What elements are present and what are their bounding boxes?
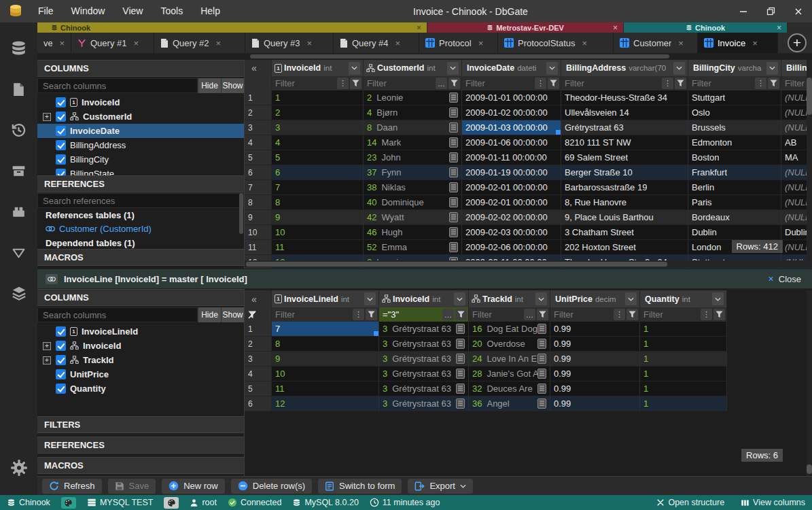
open-reference-icon[interactable] <box>449 152 458 163</box>
horizontal-scrollbar-handle[interactable] <box>246 262 667 267</box>
close-detail-button[interactable]: ×Close <box>769 273 801 284</box>
cell[interactable]: Berger Straße 10 <box>561 165 688 180</box>
cell[interactable]: 2Leonie <box>364 90 462 105</box>
cell[interactable]: 1 <box>640 367 727 381</box>
menu-window[interactable]: Window <box>63 0 114 22</box>
column-header-billingcity[interactable]: BillingCityvarcha <box>688 60 781 76</box>
cell[interactable]: Stuttgart <box>688 90 781 105</box>
status-chinook[interactable]: Chinook <box>7 498 50 507</box>
cell[interactable]: 52Emma <box>364 240 462 254</box>
open-reference-icon[interactable] <box>456 398 465 409</box>
checkbox-icon[interactable] <box>56 154 66 165</box>
status-root[interactable]: root <box>190 498 217 507</box>
cell[interactable]: 5 <box>272 150 364 165</box>
close-tab-icon[interactable]: × <box>59 38 65 48</box>
column-item-customerid[interactable]: +CustomerId <box>37 109 244 124</box>
open-reference-icon[interactable] <box>449 122 458 133</box>
open-reference-icon[interactable] <box>537 354 546 364</box>
row-number[interactable]: 2 <box>245 337 272 351</box>
row-number[interactable]: 7 <box>245 180 272 194</box>
cell[interactable]: 40Dominique <box>364 195 462 209</box>
tab-scrollbar[interactable] <box>37 53 812 60</box>
cell[interactable]: 32Deuces Are <box>469 381 550 396</box>
horizontal-scrollbar[interactable] <box>245 260 812 267</box>
columns-section-header[interactable]: COLUMNS <box>37 60 244 77</box>
close-tab-icon[interactable]: × <box>678 38 684 48</box>
column-header-quantity[interactable]: Quantityint <box>640 290 727 307</box>
close-tab-icon[interactable]: × <box>215 38 221 48</box>
cell[interactable]: 11 <box>272 240 364 254</box>
cell[interactable]: 2009-02-01 00:00:00 <box>462 195 561 209</box>
cell[interactable]: Boston <box>688 150 781 165</box>
delete-row-s-button[interactable]: Delete row(s) <box>231 479 312 494</box>
macros-section-header[interactable]: MACROS <box>37 249 244 266</box>
close-icon[interactable] <box>794 7 802 16</box>
filter-input-customerid[interactable]: Filter… <box>364 76 462 90</box>
cell[interactable]: 7 <box>272 180 364 194</box>
cell[interactable]: Bordeaux <box>688 210 781 224</box>
column-header-trackid[interactable]: TrackIdint <box>469 290 550 307</box>
vertical-scrollbar-handle[interactable] <box>807 464 812 474</box>
cell[interactable]: 0.99 <box>550 352 640 366</box>
cell[interactable]: 10 <box>272 367 379 381</box>
expand-icon[interactable]: + <box>43 113 51 121</box>
cell[interactable]: 11 <box>272 381 379 396</box>
cell[interactable]: 1 <box>640 396 727 411</box>
filter-input-invoiceid[interactable]: Filter⋮ <box>272 76 364 90</box>
cell[interactable]: 16Dog Eat Dog <box>469 322 550 336</box>
tab-query-4[interactable]: Query #4× <box>334 33 419 53</box>
checkbox-icon[interactable] <box>56 326 66 337</box>
cell[interactable]: 3Grétrystraat 63 <box>379 367 469 381</box>
tab-group-chinook-2[interactable]: Chinook× <box>624 22 787 33</box>
cell[interactable]: 1 <box>640 381 727 396</box>
checkbox-icon[interactable] <box>56 384 66 394</box>
row-number[interactable]: 8 <box>245 195 272 209</box>
cell[interactable]: 2009-02-03 00:00:00 <box>462 225 561 239</box>
menu-help[interactable]: Help <box>192 0 229 22</box>
theme-palette-icon[interactable] <box>164 497 179 509</box>
cell[interactable]: 14Mark <box>364 135 462 150</box>
filter-input-trackid[interactable]: Filter… <box>469 307 550 322</box>
layers-icon[interactable] <box>0 273 37 313</box>
cell[interactable]: Dublin <box>688 225 781 239</box>
filter-funnel-icon[interactable] <box>455 309 467 320</box>
filter-funnel-icon[interactable] <box>675 78 686 89</box>
search-references-input[interactable]: Search references <box>37 193 244 208</box>
filter-menu-icon[interactable]: ⋮ <box>701 309 712 320</box>
cell[interactable]: 7 <box>272 322 379 336</box>
cell[interactable]: Frankfurt <box>688 165 781 180</box>
status-mysql-test[interactable]: MYSQL TEST <box>87 498 154 507</box>
open-reference-icon[interactable] <box>449 107 458 118</box>
checkbox-icon[interactable] <box>56 126 66 136</box>
status-11-minutes-ago[interactable]: 11 minutes ago <box>370 498 440 507</box>
theme-palette-icon[interactable] <box>61 497 76 509</box>
menu-file[interactable]: File <box>29 0 63 22</box>
column-item-billingcity[interactable]: BillingCity <box>37 152 244 167</box>
tab-vee[interactable]: vee× <box>37 33 71 53</box>
cell[interactable]: 2009-02-06 00:00:00 <box>462 240 561 254</box>
show-button[interactable]: Show <box>221 307 244 322</box>
close-group-icon[interactable]: × <box>777 24 781 32</box>
cell[interactable]: 4 <box>272 135 364 150</box>
filter-menu-icon[interactable]: … <box>524 309 535 320</box>
filter-menu-icon[interactable]: … <box>436 78 447 89</box>
cell[interactable]: 0.99 <box>550 322 640 336</box>
cell[interactable]: 0.99 <box>550 367 640 381</box>
cell[interactable]: 2 <box>272 105 364 120</box>
cell[interactable]: 8210 111 ST NW <box>561 135 688 150</box>
open-reference-icon[interactable] <box>456 369 465 379</box>
cell[interactable]: 8, Rue Hanovre <box>561 195 688 209</box>
filter-input-billingcity[interactable]: Filter⋮ <box>688 76 781 90</box>
cell[interactable]: 9 <box>272 210 364 224</box>
column-header-invoiceid[interactable]: 1InvoiceIdint <box>272 60 364 76</box>
row-number[interactable]: 9 <box>245 210 272 224</box>
column-menu-icon[interactable] <box>364 292 376 305</box>
tab-invoice[interactable]: Invoice× <box>698 33 778 53</box>
checkbox-icon[interactable] <box>56 97 66 107</box>
cell[interactable]: Berlin <box>688 180 781 194</box>
cell[interactable]: 202 Hoxton Street <box>561 240 688 254</box>
status-view-columns[interactable]: View columns <box>741 498 805 507</box>
close-tab-icon[interactable]: × <box>752 38 758 48</box>
tab-protocolstatus[interactable]: ProtocolStatus× <box>498 33 614 53</box>
cell[interactable]: 42Wyatt <box>364 210 462 224</box>
